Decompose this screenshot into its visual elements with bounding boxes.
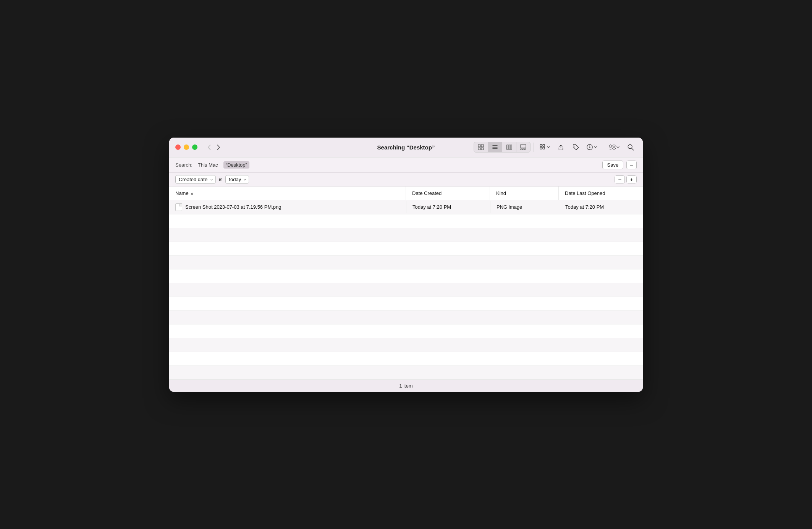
share-button[interactable] [555, 142, 567, 153]
file-kind: PNG image [490, 201, 559, 213]
group-by-button[interactable] [537, 142, 553, 153]
empty-row [169, 242, 643, 256]
column-view-button[interactable] [502, 142, 516, 152]
name-column-header[interactable]: Name ▲ [169, 187, 406, 200]
back-button[interactable] [205, 143, 213, 152]
toolbar-right [474, 142, 637, 153]
tags-icon [572, 144, 579, 151]
minimize-button[interactable] [184, 144, 189, 150]
finder-window: Searching “Desktop” [169, 138, 643, 392]
svg-point-20 [589, 146, 590, 148]
empty-row [169, 228, 643, 242]
value-select[interactable]: today [225, 175, 249, 184]
svg-rect-9 [510, 145, 512, 149]
search-label: Search: [175, 162, 192, 168]
empty-row [169, 283, 643, 297]
dropbox-button[interactable] [606, 142, 622, 152]
remove-search-button[interactable]: − [626, 161, 637, 169]
filter-row: Created date is today − + [169, 173, 643, 187]
group-by-icon [540, 144, 546, 151]
svg-rect-17 [543, 147, 545, 149]
quick-actions-chevron-icon [594, 146, 597, 149]
criteria-select[interactable]: Created date [175, 175, 216, 184]
svg-rect-1 [481, 144, 484, 147]
empty-row [169, 214, 643, 228]
list-view-button[interactable] [488, 142, 502, 152]
filter-add-button[interactable]: + [626, 175, 637, 183]
svg-rect-10 [521, 144, 526, 148]
svg-rect-13 [524, 149, 526, 150]
dropbox-chevron-icon [616, 146, 620, 149]
date-created-column-header[interactable]: Date Created [406, 187, 490, 200]
group-by-chevron-icon [547, 146, 550, 149]
scope-desktop-button[interactable]: “Desktop” [223, 161, 249, 169]
empty-row [169, 256, 643, 269]
close-button[interactable] [175, 144, 181, 150]
forward-button[interactable] [215, 143, 223, 152]
quick-actions-button[interactable] [584, 142, 600, 153]
maximize-button[interactable] [192, 144, 197, 150]
svg-rect-3 [481, 148, 484, 150]
criteria-select-wrapper: Created date [175, 175, 216, 184]
value-select-wrapper: today [225, 175, 249, 184]
filter-remove-button[interactable]: − [615, 175, 625, 183]
view-buttons [474, 142, 531, 153]
file-icon [175, 203, 182, 211]
svg-rect-7 [506, 145, 508, 149]
file-date-last-opened: Today at 7:20 PM [559, 201, 643, 213]
date-last-opened-column-header[interactable]: Date Last Opened [559, 187, 643, 200]
empty-row [169, 366, 643, 380]
share-icon [558, 144, 564, 151]
statusbar: 1 item [169, 380, 643, 392]
search-icon [627, 144, 634, 151]
empty-row [169, 352, 643, 366]
list-view-icon [492, 144, 498, 150]
save-button[interactable]: Save [602, 161, 624, 169]
divider-1 [534, 143, 534, 152]
tags-button[interactable] [569, 142, 581, 153]
svg-rect-14 [540, 144, 542, 146]
chevron-left-icon [207, 144, 211, 150]
search-button[interactable] [624, 142, 637, 153]
icon-view-icon [478, 144, 484, 150]
svg-point-21 [589, 145, 590, 146]
svg-rect-16 [540, 147, 542, 149]
svg-rect-11 [521, 149, 522, 150]
traffic-lights [175, 144, 197, 150]
window-title: Searching “Desktop” [377, 144, 435, 151]
svg-point-22 [589, 149, 590, 149]
file-list-content: Name ▲ Date Created Kind Date Last Opene… [169, 187, 643, 380]
kind-column-header[interactable]: Kind [490, 187, 559, 200]
empty-row [169, 269, 643, 283]
file-name-cell: Screen Shot 2023-07-03 at 7.19.56 PM.png [169, 200, 406, 214]
svg-rect-2 [478, 148, 480, 150]
svg-point-18 [574, 146, 574, 146]
search-scope-bar: Search: This Mac “Desktop” Save − [169, 157, 643, 173]
svg-rect-8 [508, 145, 510, 149]
table-row[interactable]: Screen Shot 2023-07-03 at 7.19.56 PM.png… [169, 200, 643, 214]
gallery-view-icon [520, 144, 526, 150]
sort-arrow-icon: ▲ [190, 191, 194, 195]
empty-row [169, 297, 643, 311]
svg-rect-0 [478, 144, 480, 147]
svg-rect-12 [522, 149, 524, 150]
dropbox-icon [609, 144, 616, 150]
item-count: 1 item [399, 383, 412, 389]
file-name: Screen Shot 2023-07-03 at 7.19.56 PM.png [185, 204, 281, 210]
scope-this-mac-button[interactable]: This Mac [196, 161, 220, 169]
quick-actions-icon [586, 144, 593, 151]
nav-buttons [205, 143, 223, 152]
gallery-view-button[interactable] [516, 142, 530, 152]
chevron-right-icon [217, 144, 220, 150]
icon-view-button[interactable] [474, 142, 488, 152]
empty-row [169, 311, 643, 325]
empty-row [169, 338, 643, 352]
filter-controls: − + [615, 175, 637, 183]
file-date-created: Today at 7:20 PM [406, 201, 490, 213]
empty-row [169, 325, 643, 338]
svg-line-24 [632, 148, 634, 150]
column-view-icon [506, 144, 512, 150]
svg-rect-15 [543, 144, 545, 146]
divider-2 [603, 143, 603, 152]
column-headers: Name ▲ Date Created Kind Date Last Opene… [169, 187, 643, 200]
